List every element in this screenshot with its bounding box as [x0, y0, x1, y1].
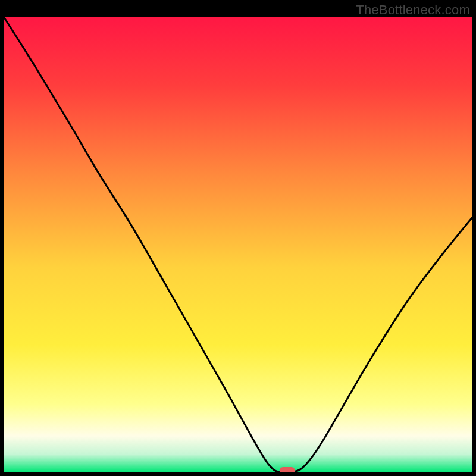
- gradient-background: [4, 17, 472, 472]
- watermark-text: TheBottleneck.com: [356, 2, 470, 18]
- plot-area: [4, 17, 472, 472]
- chart-container: TheBottleneck.com: [0, 0, 476, 476]
- bottleneck-chart: [4, 17, 472, 472]
- optimal-marker: [280, 467, 295, 472]
